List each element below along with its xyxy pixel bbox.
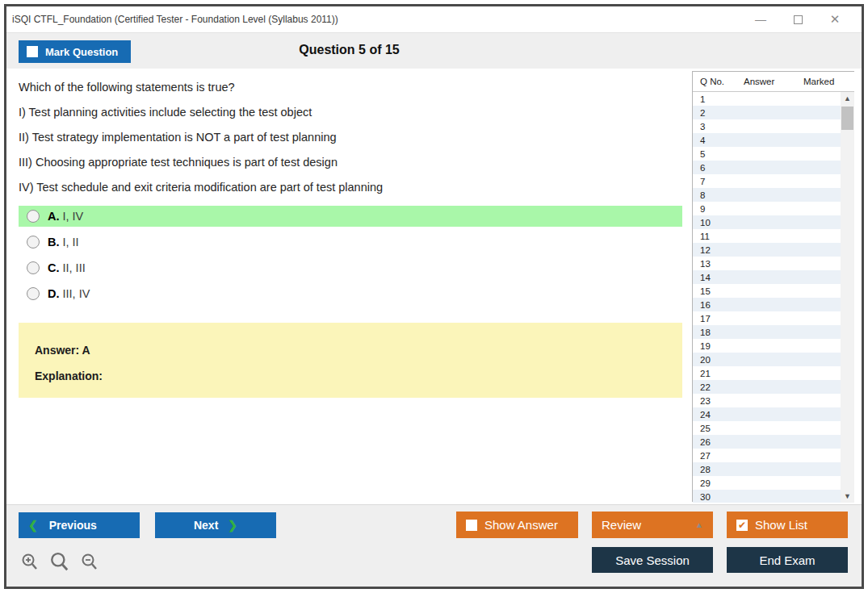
show-answer-button[interactable]: Show Answer <box>456 512 578 538</box>
question-number: 16 <box>700 300 711 310</box>
question-number: 25 <box>700 424 711 433</box>
header-band: Mark Question Question 5 of 15 <box>6 32 862 69</box>
checkbox-checked-icon: ✔ <box>736 520 748 531</box>
question-list-row[interactable]: 1 <box>693 92 841 106</box>
question-list-row[interactable]: 4 <box>693 133 841 147</box>
question-list-row[interactable]: 15 <box>693 284 841 298</box>
answer-option-c[interactable]: C.II, III <box>19 257 682 278</box>
question-list-row[interactable]: 12 <box>693 243 841 257</box>
question-list-row[interactable]: 24 <box>693 407 841 421</box>
answer-option-b[interactable]: B.I, II <box>19 232 682 253</box>
question-number: 13 <box>700 259 711 269</box>
question-list-row[interactable]: 11 <box>693 229 841 243</box>
close-icon: ✕ <box>830 12 841 27</box>
zoom-reset-icon[interactable] <box>49 552 70 573</box>
column-header-qno: Q No. <box>700 77 724 86</box>
question-statement: I) Test planning activities include sele… <box>19 105 682 119</box>
question-list-row[interactable]: 13 <box>693 257 841 270</box>
review-label: Review <box>602 518 641 532</box>
question-number: 30 <box>700 492 711 502</box>
option-text: II, III <box>63 261 86 274</box>
question-number: 15 <box>700 286 711 296</box>
question-list-row[interactable]: 20 <box>693 353 841 366</box>
chevron-left-icon: ❮ <box>28 519 38 532</box>
question-statement: IV) Test schedule and exit criteria modi… <box>19 180 682 194</box>
question-list-row[interactable]: 29 <box>693 476 841 490</box>
scrollbar-thumb[interactable] <box>841 106 853 130</box>
question-list-row[interactable]: 19 <box>693 339 841 353</box>
answer-option-a[interactable]: A.I, IV <box>19 206 682 227</box>
close-button[interactable]: ✕ <box>816 7 853 31</box>
question-number: 4 <box>700 136 705 145</box>
window-controls: — ✕ <box>742 6 853 32</box>
question-number: 12 <box>700 245 711 255</box>
title-bar: iSQI CTFL_Foundation (Certified Tester -… <box>6 6 862 32</box>
question-list-row[interactable]: 25 <box>693 421 841 435</box>
question-list-row[interactable]: 22 <box>693 380 841 394</box>
question-number: 24 <box>700 410 711 420</box>
question-number: 21 <box>700 369 711 378</box>
previous-button[interactable]: ❮ Previous <box>19 512 140 538</box>
question-number: 6 <box>700 163 705 173</box>
question-list-row[interactable]: 18 <box>693 325 841 339</box>
question-number: 2 <box>700 108 705 118</box>
minimize-button[interactable]: — <box>742 7 779 31</box>
question-list-row[interactable]: 23 <box>693 394 841 407</box>
question-statements: I) Test planning activities include sele… <box>19 105 682 194</box>
triangle-up-icon: ▲ <box>695 520 703 529</box>
radio-icon[interactable] <box>27 236 40 248</box>
question-list-row[interactable]: 28 <box>693 462 841 476</box>
zoom-tools <box>20 552 99 573</box>
question-list-row[interactable]: 2 <box>693 106 841 119</box>
question-list-row[interactable]: 9 <box>693 202 841 215</box>
question-statement: II) Test strategy implementation is NOT … <box>19 130 682 144</box>
scroll-up-button[interactable]: ▲ <box>841 92 854 105</box>
question-list-row[interactable]: 21 <box>693 366 841 380</box>
answer-option-d[interactable]: D.III, IV <box>19 283 682 304</box>
bottom-bar: ❮ Previous Next ❯ Show Answer Review ▲ <box>6 504 862 587</box>
option-letter: D. <box>48 287 60 300</box>
question-list-header: Q No. Answer Marked <box>693 72 854 92</box>
next-button[interactable]: Next ❯ <box>155 512 276 538</box>
question-list-row[interactable]: 16 <box>693 298 841 311</box>
show-list-button[interactable]: ✔ Show List <box>727 512 848 538</box>
radio-icon[interactable] <box>27 261 40 274</box>
question-number: 7 <box>700 177 705 186</box>
zoom-out-icon[interactable] <box>80 553 99 572</box>
question-area: Which of the following statements is tru… <box>19 69 682 205</box>
review-button[interactable]: Review ▲ <box>592 512 713 538</box>
show-answer-label: Show Answer <box>484 518 558 532</box>
option-letter: A. <box>48 210 60 223</box>
question-list-row[interactable]: 27 <box>693 449 841 462</box>
question-list-row[interactable]: 26 <box>693 435 841 449</box>
radio-icon[interactable] <box>27 287 40 300</box>
save-session-button[interactable]: Save Session <box>592 547 713 573</box>
option-text: I, IV <box>63 210 84 223</box>
question-number: 10 <box>700 218 711 228</box>
question-list-body: 1234567891011121314151617181920212223242… <box>693 92 841 503</box>
maximize-icon <box>794 15 803 24</box>
question-statement: III) Choosing appropriate test technique… <box>19 155 682 169</box>
scrollbar[interactable]: ▲ ▼ <box>841 92 854 503</box>
end-exam-label: End Exam <box>759 553 815 567</box>
question-list-row[interactable]: 10 <box>693 215 841 229</box>
question-list-row[interactable]: 30 <box>693 490 841 503</box>
answer-label: Answer: A <box>35 344 90 357</box>
question-list-row[interactable]: 7 <box>693 174 841 188</box>
scroll-up-icon: ▲ <box>844 94 851 102</box>
maximize-button[interactable] <box>779 7 816 31</box>
question-list-row[interactable]: 8 <box>693 188 841 202</box>
question-list-row[interactable]: 3 <box>693 119 841 133</box>
end-exam-button[interactable]: End Exam <box>727 547 848 573</box>
radio-icon[interactable] <box>27 210 40 223</box>
question-list-row[interactable]: 6 <box>693 161 841 174</box>
question-number: 17 <box>700 314 711 324</box>
question-list-row[interactable]: 17 <box>693 311 841 325</box>
question-list-row[interactable]: 5 <box>693 147 841 161</box>
zoom-in-icon[interactable] <box>20 553 40 572</box>
question-number: 1 <box>700 94 705 104</box>
question-list-row[interactable]: 14 <box>693 270 841 284</box>
question-number: 22 <box>700 382 711 392</box>
question-number: 8 <box>700 190 705 200</box>
scroll-down-button[interactable]: ▼ <box>841 490 854 503</box>
